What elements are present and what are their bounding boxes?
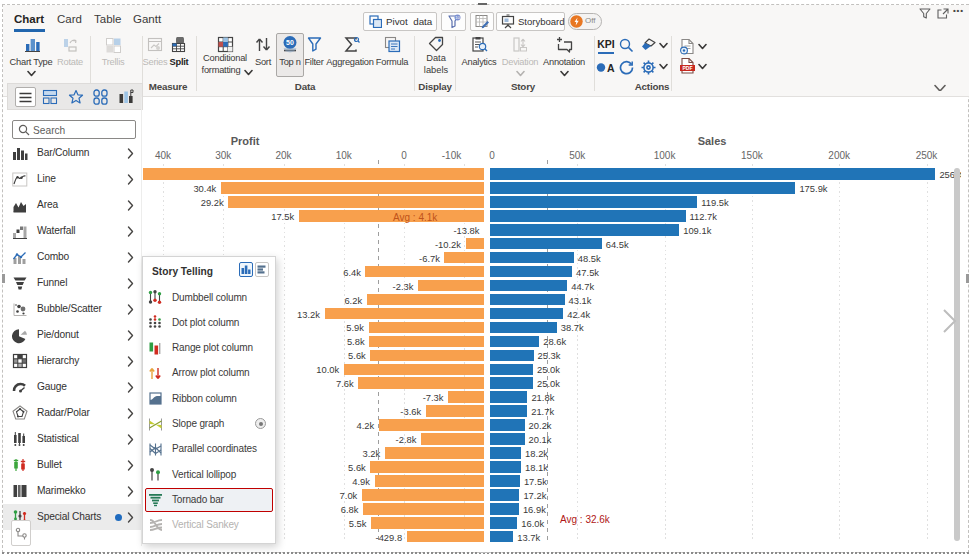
svg-text:PDF: PDF — [683, 65, 693, 71]
svg-text:A: A — [607, 62, 615, 74]
svg-text:10: 10 — [455, 15, 460, 20]
svg-text:50: 50 — [286, 39, 294, 46]
